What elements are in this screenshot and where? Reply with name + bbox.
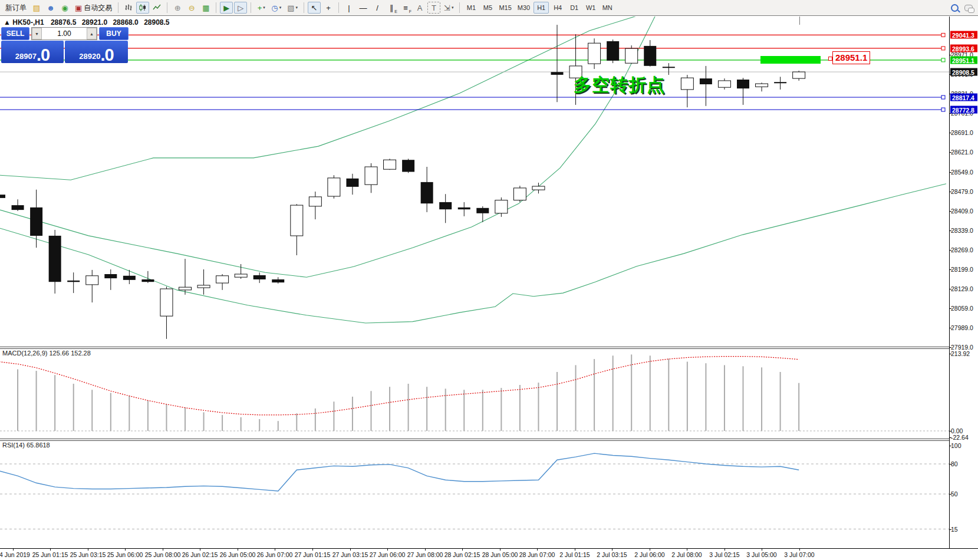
rsi-axis-tick: 50 — [951, 490, 958, 498]
periods-button[interactable]: ◷▾ — [269, 2, 284, 14]
auto-scroll-icon[interactable]: ▶ — [220, 2, 233, 14]
candle-bear — [0, 195, 5, 198]
time-axis-label: 26 Jun 05:00 — [220, 551, 256, 558]
candle-bear — [700, 78, 712, 84]
volume-down-button[interactable]: ▼ — [32, 28, 42, 39]
buy-button[interactable]: BUY — [99, 27, 129, 40]
time-axis-label: 28 Jun 07:00 — [519, 551, 555, 558]
time-axis-label: 25 Jun 01:15 — [32, 551, 68, 558]
rsi-label: RSI(14) 65.8618 — [2, 442, 50, 449]
timeframe-d1[interactable]: D1 — [567, 2, 582, 14]
toolbar-separator — [216, 2, 216, 13]
main-chart-canvas[interactable] — [0, 17, 949, 347]
autotrading-button[interactable]: ▣自动交易 — [73, 2, 114, 14]
volume-up-button[interactable]: ▲ — [87, 28, 97, 39]
timeframe-h1[interactable]: H1 — [534, 2, 549, 14]
price-line-marker[interactable] — [941, 47, 945, 50]
green-highlight-box[interactable] — [760, 56, 821, 64]
timeframe-mn[interactable]: MN — [600, 2, 615, 14]
candle-bear — [421, 182, 433, 203]
symbol-period-label: HK50-,H1 — [12, 18, 44, 27]
candle-bull — [495, 200, 508, 213]
bar-chart-icon[interactable] — [122, 2, 135, 14]
templates-button[interactable]: ▧▾ — [285, 2, 300, 14]
volume-input[interactable] — [42, 28, 87, 39]
timeframe-m1[interactable]: M1 — [463, 2, 479, 14]
candle-bull — [86, 276, 98, 285]
text-icon[interactable]: A — [413, 2, 426, 14]
price-line-marker[interactable] — [941, 33, 945, 37]
price-tag-label[interactable]: 28951.1 — [832, 51, 870, 64]
candle-bear — [30, 207, 42, 236]
rsi-axis-tick: 80 — [951, 460, 958, 467]
profile-icon[interactable]: ☻ — [44, 2, 57, 14]
chart-shift-marker[interactable] — [799, 17, 800, 25]
price-line-label: 28817.4 — [950, 94, 977, 101]
timeframe-m5[interactable]: M5 — [480, 2, 495, 14]
candle-bear — [607, 41, 619, 61]
price-tag-anchor[interactable] — [828, 57, 832, 61]
crosshair-icon[interactable]: + — [322, 2, 335, 14]
timeframe-m15[interactable]: M15 — [496, 2, 513, 14]
zoom-in-icon[interactable]: ⊕ — [171, 2, 184, 14]
signals-icon[interactable]: ◉ — [58, 2, 71, 14]
time-axis-label: 2 Jul 06:00 — [634, 551, 664, 558]
sell-button[interactable]: SELL — [1, 27, 29, 40]
turning-point-annotation[interactable]: 多空转折点 — [574, 73, 665, 97]
text-label-icon[interactable]: T — [427, 2, 440, 14]
toolbar-separator — [459, 2, 460, 13]
arrows-icon[interactable]: ⇲▾ — [442, 2, 456, 14]
fibonacci-icon[interactable]: ≡F — [399, 2, 412, 14]
price-axis-tick: 28621.0 — [951, 149, 973, 156]
price-line-label: 28772.8 — [950, 106, 977, 114]
channel-icon[interactable]: ∥E — [385, 2, 398, 14]
buy-price-button[interactable]: 28920 .0 — [65, 41, 128, 63]
ohlc-low: 28868.0 — [113, 18, 138, 27]
price-line-marker[interactable] — [941, 95, 945, 99]
timeframe-w1[interactable]: W1 — [583, 2, 598, 14]
tile-windows-icon[interactable]: ▦ — [199, 2, 212, 14]
rsi-pane-canvas[interactable] — [0, 441, 949, 548]
candle-bear — [141, 279, 154, 282]
search-icon[interactable] — [948, 2, 961, 14]
time-axis[interactable]: 24 Jun 201925 Jun 01:1525 Jun 03:1525 Ju… — [0, 548, 978, 560]
rsi-axis-tick: 15 — [951, 526, 958, 533]
buy-price-frac: .0 — [100, 47, 113, 62]
collapse-arrow-icon[interactable]: ▲ — [4, 18, 11, 27]
new-order-button[interactable]: 新订单 — [3, 2, 29, 14]
candle-bear — [123, 276, 136, 280]
candlestick-chart-icon[interactable] — [136, 2, 149, 14]
vertical-line-icon[interactable]: | — [343, 2, 355, 14]
time-axis-label: 27 Jun 03:15 — [332, 551, 368, 558]
timeframe-h4[interactable]: H4 — [550, 2, 565, 14]
indicators-button[interactable]: +▾ — [255, 2, 268, 14]
chat-icon[interactable] — [962, 2, 975, 14]
time-axis-label: 28 Jun 02:15 — [444, 551, 480, 558]
pane-separator[interactable] — [0, 439, 949, 441]
sell-price-button[interactable]: 28907 .0 — [1, 41, 64, 63]
chart-header: ▲ HK50-,H1 28876.5 28921.0 28868.0 28908… — [4, 18, 173, 27]
candle-bear — [663, 67, 675, 68]
time-axis-label: 2 Jul 01:15 — [559, 551, 590, 558]
charts-stack-icon[interactable]: ▤ — [30, 2, 43, 14]
price-axis-tick: 28409.0 — [951, 207, 973, 215]
time-axis-label: 2 Jul 08:00 — [671, 551, 702, 558]
candle-bear — [476, 208, 489, 213]
time-axis-label: 25 Jun 08:00 — [145, 551, 181, 558]
horizontal-line-icon[interactable]: — — [357, 2, 370, 14]
trendline-icon[interactable]: / — [371, 2, 384, 14]
price-line-marker[interactable] — [941, 58, 945, 62]
line-chart-icon[interactable] — [150, 2, 163, 14]
chart-shift-icon[interactable]: ▷ — [234, 2, 247, 14]
price-line-marker[interactable] — [941, 108, 945, 111]
cursor-icon[interactable]: ↖ — [308, 2, 321, 14]
timeframe-m30[interactable]: M30 — [515, 2, 532, 14]
macd-axis-tick: -22.64 — [951, 434, 969, 441]
candle-bear — [346, 179, 358, 187]
macd-pane-canvas[interactable] — [0, 349, 949, 439]
price-axis-tick: 28059.0 — [951, 305, 973, 312]
pane-separator[interactable] — [0, 347, 949, 349]
zoom-out-icon[interactable]: ⊖ — [185, 2, 198, 14]
candle-bull — [793, 72, 805, 78]
price-axis-tick: 27989.0 — [951, 324, 973, 331]
